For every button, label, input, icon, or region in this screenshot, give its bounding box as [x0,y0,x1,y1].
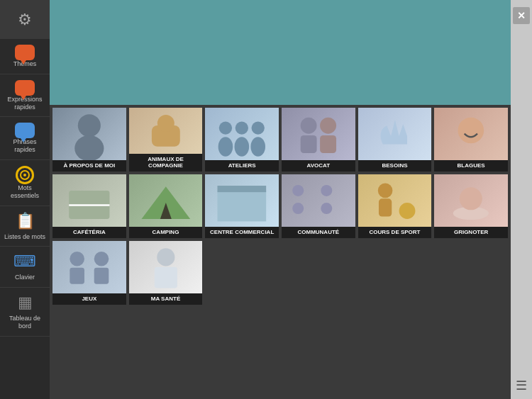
grid-item-label-grignoter: GRIGNOTER [434,227,508,238]
sidebar-label-clavier: Clavier [15,274,35,281]
sidebar-item-themes[interactable]: Thèmes [0,39,50,74]
sidebar-item-mots-essentiels[interactable]: Mots essentiels [0,160,50,206]
svg-point-34 [157,248,174,266]
main-area: À PROPOS DE MOIANIMAUX DE COMPAGNIEATELI… [50,0,511,399]
hamburger-icon[interactable]: ☰ [516,379,527,392]
sidebar-label-listes: Listes de mots [4,233,45,241]
right-panel: ✕ ☰ [511,0,532,399]
grid-area: À PROPOS DE MOIANIMAUX DE COMPAGNIEATELI… [50,105,511,399]
clavier-icon: ⌨ [13,252,36,271]
grid-item-label-a-propos: À PROPOS DE MOI [52,160,126,172]
svg-point-21 [292,185,304,196]
svg-point-9 [251,137,266,156]
svg-rect-11 [301,135,317,153]
grid-item-label-jeux: JEUX [52,293,126,305]
grid-item-label-ma-sante: MA SANTÉ [129,293,203,305]
grid-item-image-animaux [129,108,203,154]
phrases-icon [15,123,35,138]
grid-item-label-avocat: AVOCAT [282,160,355,172]
grid-item-label-blagues: BLAGUES [434,160,508,172]
sidebar: ⚙ Thèmes Expressions rapides Phrases rap… [0,0,50,399]
themes-icon [15,45,35,60]
grid-item-ateliers[interactable]: ATELIERS [205,108,279,172]
grid-item-image-ma-sante [129,241,203,293]
grid-item-image-centre-commercial [205,174,279,227]
sidebar-item-tableau-bord[interactable]: ▦ Tableau de bord [0,288,50,337]
tableau-icon: ▦ [18,293,33,312]
grid-item-image-cours-sport [358,174,432,227]
grid-item-label-camping: CAMPING [129,227,203,238]
sidebar-item-clavier[interactable]: ⌨ Clavier [0,247,50,288]
svg-point-4 [219,121,232,134]
svg-point-29 [460,187,482,210]
grid-item-image-cafeteria [52,174,126,227]
grid-item-label-cours-sport: COURS DE SPORT [358,227,432,238]
listes-icon: 📋 [16,212,35,230]
mots-icon [16,166,34,184]
svg-point-8 [252,121,265,134]
svg-point-22 [321,185,332,196]
gear-icon[interactable]: ⚙ [18,11,32,29]
grid-item-image-jeux [52,241,126,293]
grid-item-centre-commercial[interactable]: CENTRE COMMERCIAL [205,174,279,238]
svg-point-3 [157,115,174,132]
svg-point-7 [235,137,250,156]
grid-item-label-communaute: COMMUNAUTÉ [282,227,355,238]
top-teal-area [50,0,511,105]
grid-item-image-grignoter [434,174,508,227]
svg-point-30 [70,252,84,266]
svg-rect-20 [218,186,267,192]
sidebar-item-listes-mots[interactable]: 📋 Listes de mots [0,206,50,247]
sidebar-label-mots: Mots essentiels [3,184,47,200]
grid-item-image-communaute [282,174,355,227]
categories-grid: À PROPOS DE MOIANIMAUX DE COMPAGNIEATELI… [52,108,508,305]
grid-item-image-blagues [434,108,508,160]
grid-item-label-ateliers: ATELIERS [205,160,279,172]
grid-item-image-camping [129,174,203,227]
svg-point-24 [321,203,332,214]
svg-point-0 [78,114,101,137]
svg-point-1 [74,135,104,160]
svg-point-6 [235,121,248,134]
grid-item-label-centre-commercial: CENTRE COMMERCIAL [205,227,279,238]
grid-item-image-besoins [358,108,432,160]
grid-item-camping[interactable]: CAMPING [129,174,203,238]
grid-item-label-cafeteria: CAFÉTÉRIA [52,227,126,238]
grid-item-a-propos[interactable]: À PROPOS DE MOI [52,108,126,172]
sidebar-top: ⚙ [0,0,50,39]
sidebar-label-tableau: Tableau de bord [3,315,47,330]
grid-item-image-ateliers [205,108,279,160]
grid-item-label-animaux: ANIMAUX DE COMPAGNIE [129,154,203,172]
grid-item-label-besoins: BESOINS [358,160,432,172]
close-button[interactable]: ✕ [513,7,530,24]
grid-item-avocat[interactable]: AVOCAT [282,108,355,172]
grid-item-blagues[interactable]: BLAGUES [434,108,508,172]
grid-item-besoins[interactable]: BESOINS [358,108,432,172]
grid-item-ma-sante[interactable]: MA SANTÉ [129,241,203,305]
svg-point-23 [292,203,304,214]
expressions-icon [15,80,35,96]
svg-point-26 [377,184,392,198]
svg-point-32 [94,252,109,266]
svg-point-25 [399,203,415,219]
svg-rect-35 [154,267,177,288]
svg-point-12 [320,118,336,134]
sidebar-item-expressions-rapides[interactable]: Expressions rapides [0,74,50,118]
svg-rect-19 [218,191,267,221]
svg-point-10 [301,118,317,134]
svg-rect-31 [70,268,84,284]
grid-item-communaute[interactable]: COMMUNAUTÉ [282,174,355,238]
svg-rect-13 [320,135,336,153]
grid-item-jeux[interactable]: JEUX [52,241,126,305]
svg-rect-27 [379,198,392,216]
grid-item-cours-sport[interactable]: COURS DE SPORT [358,174,432,238]
grid-item-animaux[interactable]: ANIMAUX DE COMPAGNIE [129,108,203,172]
grid-item-image-a-propos [52,108,126,160]
svg-point-14 [458,118,484,144]
svg-point-5 [218,137,233,156]
grid-item-image-avocat [282,108,355,160]
grid-item-cafeteria[interactable]: CAFÉTÉRIA [52,174,126,238]
grid-item-grignoter[interactable]: GRIGNOTER [434,174,508,238]
svg-rect-33 [94,268,109,284]
sidebar-item-phrases-rapides[interactable]: Phrases rapides [0,117,50,160]
